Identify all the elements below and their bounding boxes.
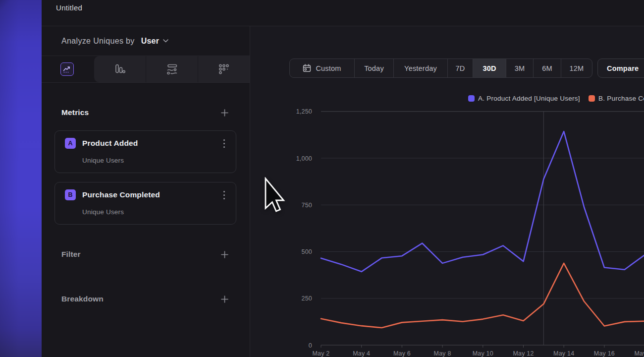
date-range-control: Custom Today Yesterday 7D 30D 3M 6M 12M xyxy=(289,59,592,78)
range-custom[interactable]: Custom xyxy=(290,59,354,77)
analyze-label: Analyze Uniques by xyxy=(61,37,135,46)
metric-options-button[interactable] xyxy=(223,191,225,199)
svg-text:May 4: May 4 xyxy=(353,350,370,357)
breakdown-section-header: Breakdown xyxy=(42,294,250,304)
svg-text:May 8: May 8 xyxy=(434,350,451,357)
metric-options-button[interactable] xyxy=(223,139,225,148)
left-gradient-strip xyxy=(0,0,42,357)
filter-label: Filter xyxy=(61,250,81,259)
metrics-section-header: Metrics xyxy=(42,108,250,118)
topbar: Untitled xyxy=(42,0,644,26)
svg-text:May 6: May 6 xyxy=(393,350,411,357)
chart-legend: A. Product Added [Unique Users] B. Purch… xyxy=(468,95,644,102)
analyze-by-row: Analyze Uniques by User xyxy=(42,26,250,56)
filter-section-header: Filter xyxy=(42,249,250,259)
app-root: Untitled Analyze Uniques by User xyxy=(0,0,644,357)
legend-swatch-a xyxy=(468,95,475,102)
range-7d[interactable]: 7D xyxy=(447,59,473,77)
add-metric-button[interactable] xyxy=(221,109,228,117)
calendar-icon xyxy=(303,64,311,72)
metric-card-b[interactable]: B Purchase Completed Unique Users xyxy=(54,182,236,225)
svg-text:May 16: May 16 xyxy=(594,350,615,357)
document-title[interactable]: Untitled xyxy=(56,3,82,12)
tabbar-unselected-group xyxy=(94,56,250,82)
range-6m[interactable]: 6M xyxy=(533,59,561,77)
svg-text:May 14: May 14 xyxy=(553,350,574,357)
insights-line-chart-icon xyxy=(60,62,74,76)
svg-text:May 18: May 18 xyxy=(634,350,644,357)
retention-dots-icon xyxy=(217,63,230,76)
sidebar: Analyze Uniques by User xyxy=(42,26,250,357)
breakdown-label: Breakdown xyxy=(61,295,104,303)
metric-subtitle[interactable]: Unique Users xyxy=(82,157,236,164)
analyze-by-value: User xyxy=(141,37,159,46)
tab-flows[interactable] xyxy=(146,56,198,82)
analyze-by-dropdown[interactable]: User xyxy=(141,37,168,46)
legend-item-a[interactable]: A. Product Added [Unique Users] xyxy=(468,95,580,102)
svg-text:May 2: May 2 xyxy=(312,350,329,357)
flows-waves-icon xyxy=(165,63,179,76)
add-filter-button[interactable] xyxy=(221,251,228,258)
metric-subtitle[interactable]: Unique Users xyxy=(82,208,236,216)
add-breakdown-button[interactable] xyxy=(221,296,228,303)
range-12m[interactable]: 12M xyxy=(561,59,592,77)
svg-text:May 12: May 12 xyxy=(513,350,534,357)
mouse-cursor xyxy=(264,177,287,214)
metric-badge-a: A xyxy=(65,138,76,149)
metric-card-a[interactable]: A Product Added Unique Users xyxy=(54,130,236,173)
range-3m[interactable]: 3M xyxy=(506,59,533,77)
tab-retention[interactable] xyxy=(198,56,250,82)
range-30d[interactable]: 30D xyxy=(473,59,506,77)
svg-text:500: 500 xyxy=(302,248,312,255)
svg-text:1,250: 1,250 xyxy=(296,108,312,115)
metric-badge-b: B xyxy=(65,189,76,200)
metric-title: Purchase Completed xyxy=(82,190,160,199)
svg-text:1,000: 1,000 xyxy=(296,155,312,162)
svg-text:0: 0 xyxy=(309,342,312,349)
chevron-down-icon xyxy=(163,39,168,43)
app-window: Untitled Analyze Uniques by User xyxy=(42,0,644,357)
chart-panel: 02505007501,0001,250May 2May 4May 6May 8… xyxy=(250,26,644,357)
legend-swatch-b xyxy=(589,95,595,102)
svg-text:250: 250 xyxy=(302,295,312,302)
legend-item-b[interactable]: B. Purchase Completed [Unique Users] xyxy=(589,95,644,102)
svg-text:May 10: May 10 xyxy=(473,350,493,357)
tab-insights[interactable] xyxy=(42,56,92,82)
chart-type-tabbar xyxy=(42,56,250,83)
compare-button[interactable]: Compare xyxy=(597,59,644,78)
range-yesterday[interactable]: Yesterday xyxy=(393,59,447,77)
range-today[interactable]: Today xyxy=(354,59,393,77)
svg-text:750: 750 xyxy=(302,202,312,209)
tab-funnels[interactable] xyxy=(94,56,146,82)
funnels-bars-icon xyxy=(113,63,126,76)
metrics-label: Metrics xyxy=(61,108,89,117)
metric-title: Product Added xyxy=(82,139,138,148)
